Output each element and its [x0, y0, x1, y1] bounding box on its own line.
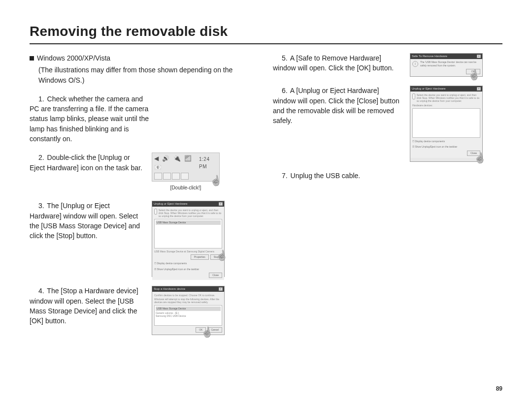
step: 1. Check whether the camera and PC are t…: [30, 94, 259, 144]
list-label: Hardware devices:: [412, 104, 480, 107]
properties-button[interactable]: Properties: [191, 254, 209, 260]
step: 6. A [Unplug or Eject Hardware] window w…: [273, 86, 502, 162]
dialog-message: The 'USB Mass Storage Device' device can…: [420, 61, 476, 67]
hand-pointer-icon: ☝: [467, 67, 482, 83]
step-number: 7.: [282, 172, 289, 180]
subhead-note: (The illustrations may differ from those…: [38, 65, 259, 85]
close-button[interactable]: Close: [209, 273, 222, 278]
hardware-icon: [412, 93, 415, 99]
step-body: A [Unplug or Eject Hardware] window will…: [273, 87, 399, 124]
device-list: USB Mass Storage Device Generic volume -…: [154, 305, 222, 326]
hand-pointer-icon: ☝: [473, 150, 488, 166]
list-item: Samsung DSC USB Device: [156, 314, 221, 317]
hand-pointer-icon: ☝: [215, 248, 230, 264]
list-item[interactable]: USB Mass Storage Device: [156, 220, 221, 225]
taskbar-clock: 1:24 PM: [199, 156, 217, 170]
status-line: USB Mass Storage Device at Samsung Digit…: [154, 250, 222, 253]
dialog-description: Confirm devices to be stopped. Choose OK…: [154, 294, 222, 297]
dialog-title: Stop a Hardware device: [154, 287, 185, 291]
manual-page: Removing the removable disk Windows 2000…: [0, 0, 532, 401]
step-text: 1. Check whether the camera and PC are t…: [30, 94, 153, 144]
step: 5. A [Safe to Remove Hardware] window wi…: [273, 53, 502, 77]
checkbox-label[interactable]: Display device components: [415, 140, 445, 143]
tray-slot: [154, 173, 162, 180]
hardware-icon: [154, 209, 157, 215]
step-text: 2. Double-click the [Unplug or Eject Har…: [30, 153, 143, 192]
step-body: Unplug the USB cable.: [291, 172, 361, 180]
list-item[interactable]: USB Mass Storage Device: [156, 307, 221, 311]
checkbox-label[interactable]: Show Unplug/Eject icon on the taskbar: [157, 268, 199, 271]
step-text: 6. A [Unplug or Eject Hardware] window w…: [273, 86, 401, 162]
taskbar-illustration: ◀ 🔊 🔌 📶 📧 1:24 PM ☝: [152, 153, 220, 182]
left-column: Windows 2000/XP/Vista (The illustrations…: [30, 53, 259, 344]
device-list: USB Mass Storage Device: [154, 219, 222, 248]
figure-caption: [Double-click!]: [152, 185, 220, 192]
step-number: 6.: [282, 87, 289, 94]
section-subhead: Windows 2000/XP/Vista: [30, 53, 259, 63]
step-body: The [Unplug or Eject Hardware] window wi…: [30, 202, 140, 240]
dialog-description: Select the device you want to unplug or …: [159, 209, 222, 217]
page-number: 89: [496, 385, 502, 392]
step-body: The [Stop a Hardware device] window will…: [30, 287, 138, 325]
step-text: 4. The [Stop a Hardware device] window w…: [30, 286, 143, 335]
dialog-title: Unplug or Eject Hardware: [412, 87, 446, 91]
figure-unplug-dialog-2: Unplug or Eject Hardware × Select the de…: [410, 86, 483, 162]
step-number: 5.: [282, 54, 289, 62]
checkbox-label[interactable]: Display device components: [157, 262, 187, 265]
step-text: 3. The [Unplug or Eject Hardware] window…: [30, 201, 143, 277]
figure-safe-remove-dialog: Safe To Remove Hardware × i The 'USB Mas…: [410, 53, 483, 77]
close-icon[interactable]: ×: [219, 202, 223, 206]
step-body: A [Safe to Remove Hardware] window will …: [273, 54, 394, 72]
step-body: Check whether the camera and PC are tran…: [30, 95, 149, 143]
tray-slot: [163, 173, 171, 180]
page-title: Removing the removable disk: [30, 24, 502, 44]
info-icon: i: [412, 61, 418, 67]
hand-pointer-icon: ☝: [200, 324, 215, 340]
tray-icons: ◀ 🔊 🔌 📶 📧: [154, 154, 199, 172]
step-body: Double-click the [Unplug or Eject Hardwa…: [30, 154, 142, 171]
dialog-description: Select the device you want to unplug or …: [417, 93, 480, 102]
two-columns: Windows 2000/XP/Vista (The illustrations…: [30, 53, 502, 344]
step-number: 2.: [38, 154, 45, 161]
step-number: 1.: [38, 95, 45, 103]
step: 4. The [Stop a Hardware device] window w…: [30, 286, 259, 335]
dialog-title: Unplug or Eject Hardware: [154, 202, 188, 206]
step-number: 4.: [38, 287, 45, 295]
subhead-text: Windows 2000/XP/Vista: [37, 54, 110, 62]
figure-unplug-dialog: Unplug or Eject Hardware × Select the de…: [152, 201, 225, 277]
figure-stop-dialog: Stop a Hardware device × Confirm devices…: [152, 286, 225, 335]
close-icon[interactable]: ×: [477, 87, 481, 91]
hand-pointer-icon: ☝: [209, 173, 224, 189]
close-icon[interactable]: ×: [477, 55, 481, 58]
figure-taskbar: ◀ 🔊 🔌 📶 📧 1:24 PM ☝ [Double-: [152, 153, 220, 192]
close-icon[interactable]: ×: [219, 287, 223, 291]
step-text: 7. Unplug the USB cable.: [273, 171, 360, 181]
step: 7. Unplug the USB cable.: [273, 171, 502, 181]
checkbox-label[interactable]: Show Unplug/Eject icon on the taskbar: [415, 145, 457, 148]
step: 2. Double-click the [Unplug or Eject Har…: [30, 153, 259, 192]
tray-slot: [172, 173, 180, 180]
step-text: 5. A [Safe to Remove Hardware] window wi…: [273, 53, 401, 77]
dialog-title: Safe To Remove Hardware: [412, 54, 447, 59]
step: 3. The [Unplug or Eject Hardware] window…: [30, 201, 259, 277]
square-bullet-icon: [30, 56, 34, 61]
device-list: [412, 108, 480, 138]
right-column: 5. A [Safe to Remove Hardware] window wi…: [273, 53, 502, 344]
dialog-description: Windows will attempt to stop the followi…: [154, 298, 222, 304]
step-number: 3.: [38, 202, 45, 210]
tray-slot: [181, 173, 189, 180]
